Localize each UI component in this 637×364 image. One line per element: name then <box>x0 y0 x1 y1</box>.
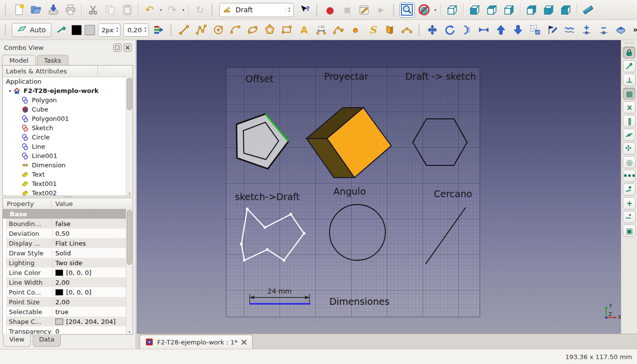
scene-label[interactable]: Offset <box>245 73 273 84</box>
draft-bezier-button[interactable] <box>400 23 415 38</box>
property-value[interactable]: 0,50 <box>52 230 126 237</box>
polygon-vertex[interactable] <box>264 227 266 229</box>
draft-to-sketch-button[interactable] <box>613 23 629 38</box>
cut-button[interactable] <box>85 2 100 18</box>
draft-add-point-button[interactable] <box>579 23 594 38</box>
toolbar-handle-draft-settings[interactable] <box>5 24 7 36</box>
polygon-vertex[interactable] <box>303 232 306 235</box>
property-value[interactable]: Two side <box>52 259 126 267</box>
toolbar-handle-file[interactable] <box>5 4 7 16</box>
workbench-selector[interactable]: Draft▴▾ <box>219 3 294 17</box>
snap-dimensions-button[interactable] <box>623 211 636 223</box>
tree-item-dimension[interactable]: Dimension <box>3 160 126 170</box>
close-tab-icon[interactable] <box>241 340 247 345</box>
property-value[interactable]: false <box>52 220 126 228</box>
document-tab[interactable]: F2-T28-ejemplo-work : 1* <box>140 335 253 349</box>
scene-label[interactable]: Cercano <box>434 188 472 199</box>
face-color-swatch[interactable] <box>85 25 95 35</box>
undo-dropdown-icon[interactable]: ▾ <box>158 8 164 12</box>
snap-endpoint-button[interactable] <box>623 60 636 72</box>
snap-midpoint-button[interactable] <box>623 129 636 141</box>
property-value[interactable]: 0 <box>52 328 126 335</box>
draft-text-button[interactable]: A <box>297 23 312 38</box>
snap-special-button[interactable] <box>623 142 636 155</box>
toolbar-handle-draft-mod[interactable] <box>419 24 421 36</box>
text-size-spinbox[interactable]: 0,20▴▾ <box>123 23 148 37</box>
view-left-button[interactable] <box>558 2 573 18</box>
property-row[interactable]: Transparency0 <box>3 326 126 334</box>
tab-model[interactable]: Model <box>2 55 36 66</box>
draft-move-button[interactable] <box>425 23 440 38</box>
property-value[interactable]: true <box>52 308 126 316</box>
property-row[interactable]: Boundin...false <box>3 219 126 228</box>
polygon-vertex[interactable] <box>240 243 243 246</box>
tree-scrollbar-thumb[interactable] <box>127 78 132 110</box>
draft-upgrade-button[interactable] <box>494 23 509 38</box>
property-value[interactable]: [0, 0, 0] <box>52 289 126 296</box>
combo-spinner-icon[interactable]: ▴▾ <box>285 6 290 13</box>
fit-all-button[interactable] <box>400 2 415 18</box>
snap-lock-button[interactable] <box>623 46 636 59</box>
tab-view[interactable]: View <box>3 334 31 347</box>
view-bottom-button[interactable] <box>541 2 556 18</box>
draft-edit-button[interactable] <box>545 23 560 38</box>
tree-item-text001[interactable]: Text001 <box>3 179 126 188</box>
view-front-button[interactable] <box>467 2 482 18</box>
tree-item-line[interactable]: Line <box>3 142 126 151</box>
draft-rectangle-button[interactable] <box>280 23 295 38</box>
draft-shapestring-button[interactable]: S <box>365 23 380 38</box>
property-row[interactable]: Shape C...[204, 204, 204] <box>3 317 126 326</box>
3d-viewport[interactable]: 24 mmOffsetProyectarDraft -> sketchsketc… <box>137 40 621 334</box>
property-value[interactable]: 2,00 <box>52 298 126 306</box>
measure-distance-button[interactable] <box>581 2 596 18</box>
scene-label[interactable]: Dimensiones <box>330 296 390 307</box>
snap-extension-button[interactable]: + <box>623 197 636 209</box>
draft-offset-button[interactable] <box>459 23 474 38</box>
tab-tasks[interactable]: Tasks <box>37 55 69 66</box>
scene-label[interactable]: Proyectar <box>324 71 369 82</box>
apply-current-style-button[interactable] <box>151 23 166 38</box>
macro-edit-button[interactable] <box>357 2 372 18</box>
draft-bspline-button[interactable] <box>331 23 346 38</box>
property-row[interactable]: LightingTwo side <box>3 258 126 268</box>
redo-dropdown-icon[interactable]: ▾ <box>181 8 186 12</box>
save-document-button[interactable] <box>46 2 61 18</box>
toggle-construction-mode-button[interactable] <box>54 23 69 38</box>
close-panel-button[interactable] <box>123 44 132 52</box>
draw-style-dropdown-icon[interactable]: ▾ <box>433 8 438 12</box>
draft-circle-button[interactable] <box>211 23 226 38</box>
draft-wire-to-bspline-button[interactable] <box>562 23 577 38</box>
snap-perpendicular-button[interactable]: ⊥ <box>623 74 636 86</box>
property-value[interactable]: 2,00 <box>52 279 126 286</box>
property-group-base[interactable]: Base <box>3 209 126 219</box>
snap-parallel-button[interactable]: ∥ <box>623 115 636 127</box>
toolbar-handle-workbench[interactable] <box>212 4 214 16</box>
draft-point-button[interactable] <box>348 23 363 38</box>
snap-working-plane-button[interactable]: ▣ <box>623 225 636 237</box>
draft-line-button[interactable] <box>177 23 192 38</box>
scroll-down-icon[interactable]: ▾ <box>126 330 133 334</box>
property-value[interactable]: [204, 204, 204] <box>52 318 126 325</box>
draft-rotate-button[interactable] <box>442 23 457 38</box>
property-scrollbar[interactable]: ▾ <box>126 209 133 334</box>
property-value[interactable]: Solid <box>52 250 126 257</box>
new-document-button[interactable] <box>11 2 26 18</box>
tree-scrollbar[interactable]: ▾ <box>126 77 133 196</box>
draw-style-button[interactable] <box>417 2 432 18</box>
draft-dimension-button[interactable]: 1.00 <box>314 23 329 38</box>
view-rear-button[interactable] <box>524 2 539 18</box>
property-row[interactable]: Display ...Flat Lines <box>3 238 126 248</box>
snap-intersection-button[interactable]: × <box>623 101 636 114</box>
draft-del-point-button[interactable] <box>596 23 612 38</box>
toolbar-handle-view[interactable] <box>393 4 396 16</box>
polygon-vertex[interactable] <box>266 249 269 251</box>
tree-item-f2-t28-ejemplo-work[interactable]: ▾F2-T28-ejemplo-work <box>3 86 126 95</box>
polygon-vertex[interactable] <box>246 208 249 210</box>
view-top-button[interactable] <box>484 2 499 18</box>
float-panel-button[interactable] <box>113 44 121 52</box>
scene-label[interactable]: Angulo <box>333 186 366 197</box>
snap-toolbar-handle[interactable] <box>625 43 633 45</box>
snap-near-button[interactable] <box>623 183 636 196</box>
tree-item-sketch[interactable]: Sketch <box>3 123 126 133</box>
expander-icon[interactable]: ▾ <box>7 89 13 93</box>
